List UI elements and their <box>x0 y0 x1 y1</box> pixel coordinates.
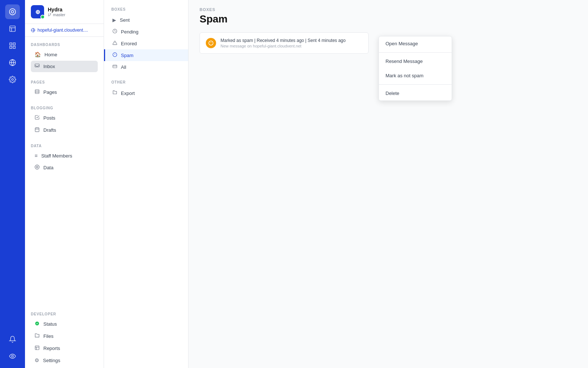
icon-rail <box>0 0 25 368</box>
branch-name: master <box>53 13 65 17</box>
sub-item-errored[interactable]: Errored <box>104 38 188 49</box>
context-menu: Open Message Resend Message Mark as not … <box>379 36 452 101</box>
sidebar-item-drafts[interactable]: Drafts <box>31 124 98 136</box>
all-icon <box>112 64 117 70</box>
section-label-data: DATA <box>31 144 98 148</box>
sidebar-header: ⊕ Hydra master <box>25 0 104 24</box>
svg-point-1 <box>11 11 14 13</box>
svg-rect-2 <box>10 26 15 32</box>
sidebar-item-home-label: Home <box>44 52 57 57</box>
context-menu-open[interactable]: Open Message <box>379 36 452 51</box>
message-list: Marked as spam | Received 4 minutes ago … <box>189 29 588 368</box>
globe-nav-icon[interactable] <box>5 55 20 70</box>
site-url-text: hopeful-giant.cloudvent.... <box>37 28 88 33</box>
sub-section-label-boxes: BOXES <box>104 7 188 11</box>
sub-item-all[interactable]: All <box>104 61 188 73</box>
sub-item-sent[interactable]: ▶ Sent <box>104 14 188 26</box>
grid-nav-icon[interactable] <box>5 38 20 53</box>
message-item[interactable]: Marked as spam | Received 4 minutes ago … <box>200 32 369 54</box>
breadcrumb: BOXES <box>200 7 577 12</box>
errored-icon <box>112 40 117 46</box>
gear-nav-icon[interactable] <box>5 72 20 87</box>
message-status: Marked as spam | Received 4 minutes ago … <box>220 38 362 43</box>
inbox-icon <box>35 63 40 70</box>
sidebar-item-settings[interactable]: ⚙ Settings <box>31 355 98 366</box>
sidebar-item-home[interactable]: 🏠 Home <box>31 49 98 60</box>
sub-item-errored-label: Errored <box>121 41 137 46</box>
app-branding: ⊕ Hydra master <box>31 5 98 18</box>
spam-nav-icon <box>112 52 117 58</box>
svg-point-0 <box>10 9 16 15</box>
layout-nav-icon[interactable] <box>5 21 20 36</box>
staff-icon: ≡ <box>35 153 37 159</box>
context-menu-delete[interactable]: Delete <box>379 86 452 100</box>
section-data: DATA ≡ Staff Members Data <box>25 138 104 176</box>
cloud-nav-icon[interactable] <box>5 4 20 19</box>
sidebar-item-data[interactable]: Data <box>31 162 98 173</box>
sidebar-item-inbox-label: Inbox <box>43 64 55 69</box>
export-icon <box>112 90 117 96</box>
context-menu-resend[interactable]: Resend Message <box>379 54 452 68</box>
main-header: BOXES Spam <box>189 0 588 29</box>
section-dashboards: DASHBOARDS 🏠 Home Inbox <box>25 37 104 74</box>
sub-item-spam[interactable]: Spam <box>104 49 188 61</box>
svg-rect-19 <box>35 90 39 94</box>
sidebar-item-posts-label: Posts <box>43 115 55 121</box>
sub-item-pending[interactable]: Pending <box>104 26 188 38</box>
main-content: BOXES Spam Marked as spam | Received 4 m… <box>189 0 588 368</box>
status-icon <box>35 321 40 327</box>
app-name: Hydra <box>48 7 65 13</box>
sidebar-item-status-label: Status <box>43 321 57 327</box>
svg-point-12 <box>12 355 14 357</box>
sidebar-item-reports-label: Reports <box>43 346 60 351</box>
sidebar-item-data-label: Data <box>43 165 53 170</box>
sub-item-sent-label: Sent <box>120 17 130 23</box>
main-sidebar: ⊕ Hydra master hopeful-giant.cloudvent..… <box>25 0 104 368</box>
svg-rect-8 <box>13 46 15 49</box>
status-badge <box>40 15 45 19</box>
section-developer: DEVELOPER Status Files Reports ⚙ Setting… <box>25 306 104 368</box>
sidebar-item-pages[interactable]: Pages <box>31 86 98 98</box>
app-logo: ⊕ <box>31 5 44 18</box>
section-blogging: BLOGGING Posts Drafts <box>25 100 104 138</box>
section-label-dashboards: DASHBOARDS <box>31 43 98 47</box>
svg-point-14 <box>50 13 51 14</box>
sidebar-item-posts[interactable]: Posts <box>31 112 98 124</box>
sub-item-export-label: Export <box>121 91 135 96</box>
settings-sidebar-icon: ⚙ <box>35 357 39 363</box>
section-pages: PAGES Pages <box>25 74 104 100</box>
svg-point-27 <box>36 166 38 168</box>
sub-item-pending-label: Pending <box>121 29 139 35</box>
sidebar-item-staff[interactable]: ≡ Staff Members <box>31 150 98 161</box>
site-url[interactable]: hopeful-giant.cloudvent.... <box>25 24 104 37</box>
sidebar-item-inbox[interactable]: Inbox <box>31 61 98 72</box>
sent-icon: ▶ <box>112 17 116 23</box>
reports-icon <box>35 345 40 351</box>
svg-point-11 <box>12 79 14 81</box>
files-icon <box>35 333 40 339</box>
sub-section-label-other: OTHER <box>104 80 188 84</box>
sidebar-item-drafts-label: Drafts <box>43 127 56 133</box>
message-subtitle: New message on hopeful-giant.cloudvent.n… <box>220 44 362 48</box>
app-name-text: Hydra master <box>48 7 65 17</box>
context-menu-divider-2 <box>379 84 452 85</box>
sidebar-item-reports[interactable]: Reports <box>31 343 98 354</box>
section-label-blogging: BLOGGING <box>31 106 98 110</box>
context-menu-not-spam[interactable]: Mark as not spam <box>379 68 452 83</box>
sidebar-item-files[interactable]: Files <box>31 330 98 342</box>
sub-sidebar: BOXES ▶ Sent Pending Errored Spam <box>104 0 189 368</box>
svg-point-15 <box>48 15 49 16</box>
svg-point-26 <box>35 165 39 169</box>
bell-nav-icon[interactable] <box>5 332 20 347</box>
sidebar-item-pages-label: Pages <box>43 89 57 95</box>
message-info: Marked as spam | Received 4 minutes ago … <box>220 38 362 48</box>
eye-nav-icon[interactable] <box>5 349 20 364</box>
page-title: Spam <box>200 13 577 25</box>
sub-item-spam-label: Spam <box>121 53 133 58</box>
home-icon: 🏠 <box>35 52 41 57</box>
svg-rect-38 <box>113 65 117 68</box>
sub-item-export[interactable]: Export <box>104 87 188 99</box>
sidebar-item-status[interactable]: Status <box>31 318 98 330</box>
svg-rect-6 <box>13 43 15 45</box>
section-label-developer: DEVELOPER <box>31 312 98 316</box>
